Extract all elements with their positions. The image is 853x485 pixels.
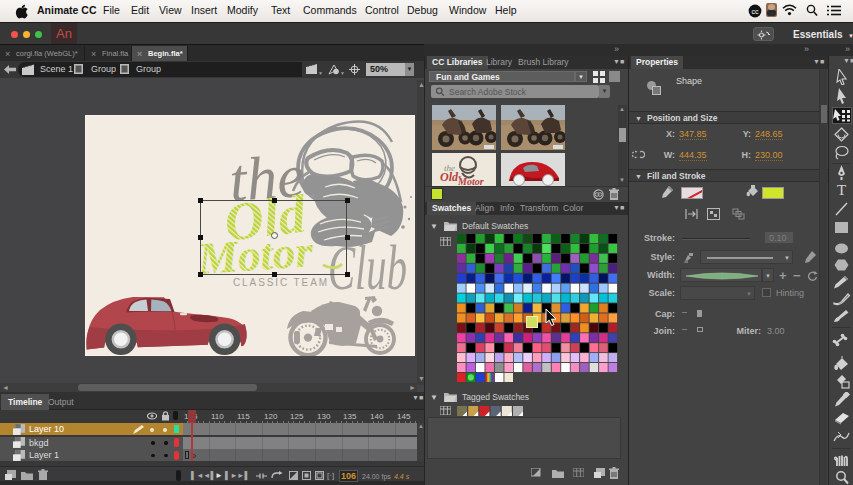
svg-text:CLASSIC TEAM: CLASSIC TEAM (233, 277, 329, 288)
svg-text:cc: cc (752, 8, 760, 15)
svg-text:Motor: Motor (457, 176, 484, 186)
